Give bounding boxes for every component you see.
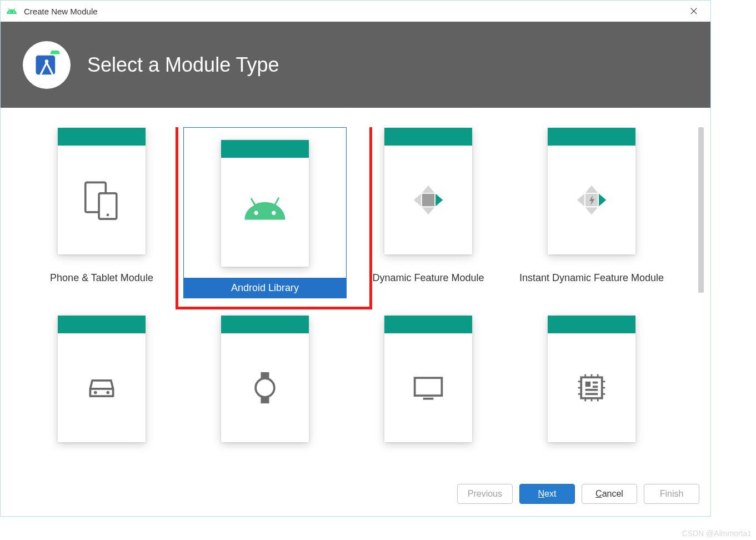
android-app-icon [6, 6, 17, 17]
header-band: Select a Module Type [1, 22, 710, 108]
close-icon [690, 7, 698, 15]
svg-point-1 [45, 59, 49, 63]
svg-rect-36 [585, 382, 590, 387]
watermark: CSDN @Almmorta1 [682, 529, 752, 538]
module-label [184, 456, 346, 466]
content-area: Phone & Tablet Module [1, 108, 710, 472]
watch-icon [248, 371, 282, 404]
svg-rect-8 [422, 194, 435, 207]
dialog-window: Create New Module Select a Module Type [0, 0, 711, 517]
vertical-scrollbar[interactable] [698, 127, 704, 293]
finish-button: Finish [644, 484, 699, 504]
module-label: Instant Dynamic Feature Module [510, 268, 673, 288]
svg-rect-37 [593, 382, 598, 384]
svg-rect-38 [593, 386, 598, 388]
close-button[interactable] [683, 3, 705, 19]
car-icon [85, 371, 118, 404]
svg-point-20 [256, 378, 274, 397]
svg-marker-11 [585, 207, 598, 214]
svg-marker-6 [422, 207, 435, 214]
module-things[interactable] [510, 315, 673, 466]
android-head-icon [243, 191, 287, 234]
module-automotive[interactable] [20, 315, 183, 466]
instant-dynamic-icon [575, 183, 608, 217]
module-label: Dynamic Feature Module [347, 268, 509, 288]
module-phone-tablet[interactable]: Phone & Tablet Module [20, 127, 183, 298]
page-title: Select a Module Type [87, 53, 279, 77]
module-wear[interactable] [183, 315, 347, 466]
svg-marker-14 [599, 194, 606, 207]
module-label: Phone & Tablet Module [21, 268, 183, 288]
android-studio-icon [32, 51, 61, 79]
module-grid: Phone & Tablet Module [20, 127, 673, 466]
titlebar: Create New Module [1, 1, 710, 22]
svg-marker-12 [577, 194, 584, 207]
module-label [347, 456, 509, 466]
svg-marker-9 [435, 194, 443, 207]
dynamic-feature-icon [412, 183, 445, 217]
module-label [510, 456, 673, 466]
window-title: Create New Module [24, 7, 683, 16]
svg-marker-5 [422, 186, 435, 193]
module-label [21, 456, 183, 466]
things-icon [575, 371, 608, 404]
svg-point-16 [94, 391, 97, 394]
svg-rect-39 [585, 389, 598, 391]
header-icon-circle [23, 41, 71, 89]
module-instant-dynamic-feature[interactable]: Instant Dynamic Feature Module [510, 127, 673, 298]
module-tv[interactable] [347, 315, 510, 466]
module-dynamic-feature[interactable]: Dynamic Feature Module [347, 127, 510, 298]
svg-point-4 [107, 213, 109, 216]
footer-buttons: Previous Next Cancel Finish [1, 472, 710, 516]
svg-rect-40 [585, 393, 598, 395]
svg-marker-7 [414, 194, 421, 207]
previous-button: Previous [457, 484, 513, 504]
module-android-library[interactable]: Android Library [183, 127, 347, 298]
svg-point-17 [106, 391, 109, 394]
svg-rect-21 [415, 378, 442, 396]
tv-icon [412, 371, 445, 404]
phone-tablet-icon [80, 178, 123, 222]
next-button[interactable]: Next [519, 484, 575, 504]
module-label: Android Library [184, 278, 346, 298]
svg-marker-10 [585, 186, 598, 193]
cancel-button[interactable]: Cancel [582, 484, 637, 504]
